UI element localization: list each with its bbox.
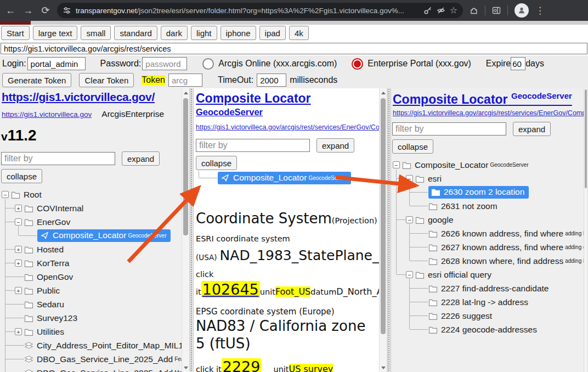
tree-item-survey123[interactable]: Survey123 — [0, 311, 182, 325]
dark-button[interactable]: dark — [161, 26, 188, 40]
tree-item-hosted[interactable]: Hosted — [0, 243, 182, 256]
address-bar[interactable]: transparentgov.net/json2tree/esri/server… — [57, 3, 463, 18]
tree-item-covinternal[interactable]: COVInternal — [0, 201, 182, 215]
expand-button[interactable]: expand — [316, 138, 354, 153]
expander-plus-icon[interactable] — [15, 328, 22, 335]
password-input[interactable] — [142, 57, 187, 70]
tree-item-korterra[interactable]: KorTerra — [0, 256, 182, 270]
tree-item-2224-geocode-addresses[interactable]: 2224 geocode-addresses — [391, 323, 584, 336]
filter-input[interactable] — [392, 122, 506, 136]
tree-item-2631-not-zoom[interactable]: 2631 not zoom — [391, 199, 584, 213]
server-title-link[interactable]: https://gis1.victorvilleca.gov/ — [2, 91, 182, 104]
middle-panel-scrollbar[interactable] — [379, 88, 387, 372]
clear-token-button[interactable]: Clear Token — [79, 73, 134, 87]
server-home-link[interactable]: https://gis1.victorvilleca.gov — [2, 110, 92, 119]
site-settings-icon[interactable] — [63, 6, 71, 15]
login-label: Login: — [2, 59, 26, 69]
expander-minus-icon[interactable] — [406, 216, 413, 223]
timeout-input[interactable] — [257, 74, 286, 87]
back-icon[interactable]: ← — [4, 5, 16, 15]
ipad-button[interactable]: ipad — [259, 26, 286, 40]
profile-avatar[interactable] — [514, 3, 529, 18]
bookmark-star-icon[interactable]: ☆ — [450, 6, 457, 15]
tree-item-2227-find-address-candidate[interactable]: 2227 find-address-candidate — [391, 281, 584, 295]
expander-plus-icon[interactable] — [15, 287, 22, 294]
tree-item-public[interactable]: Public — [0, 284, 182, 297]
service-url-link[interactable]: https://gis1.victorvilleca.gov/arcgis/re… — [196, 123, 379, 131]
filter-input[interactable] — [196, 139, 310, 152]
tree-item-2627-known-address[interactable]: 2627 known address, find whereadding cli… — [391, 240, 584, 254]
standard-button[interactable]: standard — [114, 26, 157, 40]
expander-plus-icon[interactable] — [15, 260, 22, 267]
tree-item-esri[interactable]: esri — [391, 172, 584, 185]
forward-icon[interactable]: → — [22, 5, 34, 15]
collapse-button[interactable]: collapse — [196, 156, 237, 170]
tree-item-2228-lat-lng-address[interactable]: 2228 lat-lng -> address — [391, 295, 584, 309]
start-button[interactable]: Start — [1, 26, 30, 40]
esri-wkid-link[interactable]: 102645 — [201, 281, 260, 298]
tree-item-2630-zoom-2-location[interactable]: 2630 zoom 2 location — [391, 185, 584, 199]
tree-item-composite-locator[interactable]: Composite_LocatorGeocodeServer — [194, 171, 379, 185]
tree-item-2628-known-where[interactable]: 2628 known where, find addressadding ima… — [391, 254, 584, 268]
service-type-link[interactable]: GeocodeServer — [196, 107, 301, 117]
panel-resize-handle[interactable] — [387, 88, 391, 372]
expander-minus-icon[interactable] — [406, 271, 413, 278]
large-text-button[interactable]: large text — [33, 26, 78, 40]
panel-resize-handle[interactable] — [190, 88, 194, 372]
login-input[interactable] — [27, 57, 86, 70]
tree-item-esri-official-query[interactable]: esri official query — [391, 268, 584, 281]
tree-item-opengov[interactable]: OpenGov — [0, 270, 182, 284]
locator-title-link[interactable]: Composite Locator GeocodeServer — [393, 91, 584, 107]
collapse-button[interactable]: collapse — [1, 169, 42, 183]
tree-item-energov[interactable]: EnerGov — [0, 215, 182, 229]
tree-item-2226-suggest[interactable]: 2226 suggest — [391, 309, 584, 323]
tree-item-composite-locator[interactable]: Composite_LocatorGeocodeServer — [391, 158, 584, 172]
expand-button[interactable]: expand — [122, 151, 160, 166]
left-panel-scrollbar[interactable] — [182, 88, 190, 372]
light-button[interactable]: light — [191, 26, 217, 40]
tree-item-dbo-gas-mapserver[interactable]: DBO_Gas_Service_Line_2025_AddMapSer — [0, 366, 182, 372]
tree-item-city-address-point[interactable]: City_Address_Point_Editor_Map_MIL1Ma — [0, 339, 182, 352]
4k-button[interactable]: 4k — [289, 26, 309, 40]
expire-input[interactable] — [511, 57, 525, 70]
right-panel-scrollbar[interactable] — [584, 88, 588, 372]
eye-off-icon[interactable] — [437, 6, 445, 15]
iphone-button[interactable]: iphone — [220, 26, 256, 40]
filter-input[interactable] — [1, 152, 115, 165]
reload-icon[interactable]: ⟳ — [39, 5, 52, 15]
service-title-link[interactable]: Composite Locator — [196, 91, 379, 106]
tree-item-2626-known-address[interactable]: 2626 known address, find whereadding hov… — [391, 227, 584, 240]
expander-minus-icon[interactable] — [2, 191, 9, 198]
expander-plus-icon[interactable] — [15, 205, 22, 212]
enterprise-portal-radio[interactable] — [352, 58, 363, 70]
send-icon — [40, 232, 49, 239]
tree-item-google[interactable]: google — [391, 213, 584, 227]
selected-item[interactable]: Composite_LocatorGeocodeServer — [37, 229, 171, 242]
generate-token-button[interactable]: Generate Token — [2, 73, 71, 87]
epsg-code-link[interactable]: 2229 — [222, 358, 262, 372]
tree-item-root[interactable]: Root — [0, 188, 182, 201]
tree-item-sedaru[interactable]: Sedaru — [0, 297, 182, 311]
expander-minus-icon[interactable] — [393, 161, 400, 168]
collapse-button[interactable]: collapse — [392, 139, 433, 154]
selected-item[interactable]: 2630 zoom 2 location — [428, 186, 529, 199]
expander-minus-icon[interactable] — [15, 218, 22, 226]
selected-item[interactable]: Composite_LocatorGeocodeServer — [218, 172, 351, 184]
expand-button[interactable]: expand — [513, 122, 551, 136]
browser-menu-icon[interactable]: ⋮ — [535, 5, 545, 16]
locator-url-link[interactable]: https://gis1.victorvilleca.gov/arcgis/re… — [393, 109, 584, 117]
extensions-puzzle-icon[interactable] — [470, 6, 478, 15]
tree-item-dbo-gas-feature[interactable]: DBO_Gas_Service_Line_2025_AddFeature — [0, 352, 182, 366]
token-input[interactable] — [168, 74, 202, 87]
send-icon — [220, 174, 230, 182]
small-button[interactable]: small — [81, 26, 111, 40]
side-panel-search-icon[interactable] — [492, 6, 501, 15]
expander-minus-icon[interactable] — [406, 175, 413, 182]
tree-item-utilities[interactable]: Utilities — [0, 325, 182, 339]
expander-plus-icon[interactable] — [15, 246, 22, 253]
arcgis-online-radio[interactable] — [202, 58, 214, 70]
password-key-icon[interactable] — [423, 6, 432, 15]
service-url-input[interactable] — [1, 43, 587, 54]
tree-item-composite-locator[interactable]: Composite_LocatorGeocodeServer — [0, 229, 182, 243]
page: Start large text small standard dark lig… — [0, 25, 588, 372]
